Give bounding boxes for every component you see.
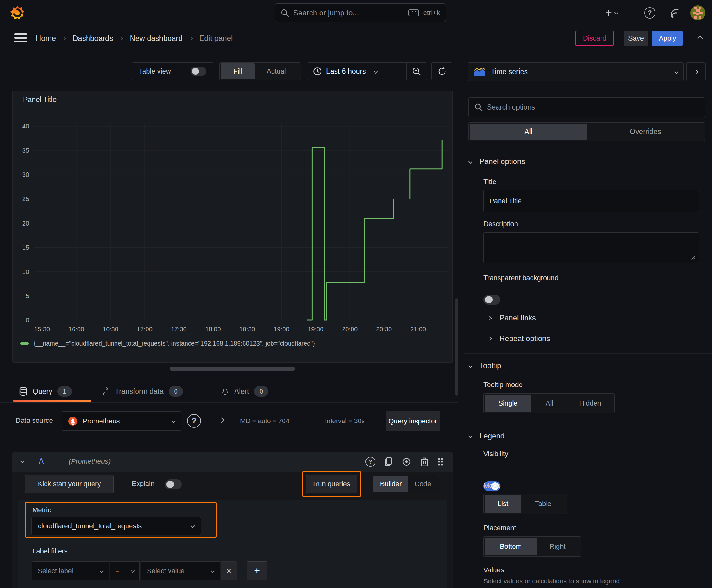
tab-transform-data[interactable]: Transform data 0 [101, 384, 183, 399]
metric-select[interactable]: cloudflared_tunnel_total_requests [31, 517, 201, 535]
legend-header[interactable]: Legend [469, 432, 504, 440]
operator-dropdown[interactable]: = [110, 561, 140, 581]
global-search-input[interactable] [293, 8, 404, 17]
description-label: Description [483, 220, 518, 228]
chevron-down-icon [211, 569, 215, 573]
actual-option[interactable]: Actual [255, 63, 298, 79]
collapse-query-icon[interactable] [20, 459, 24, 463]
tab-overrides[interactable]: Overrides [587, 124, 704, 140]
menu-toggle-button[interactable] [15, 33, 27, 43]
table-view-toggle[interactable] [191, 67, 206, 76]
time-range-picker[interactable]: Last 6 hours [307, 63, 406, 80]
refresh-button[interactable] [431, 62, 452, 80]
legend-table-option[interactable]: Table [521, 495, 565, 512]
query-stats-interval: Interval = 30s [325, 417, 365, 425]
query-help-button[interactable]: ? [365, 457, 375, 467]
save-button[interactable]: Save [624, 31, 648, 46]
apply-button[interactable]: Apply [652, 31, 683, 46]
chevron-down-icon [468, 434, 473, 438]
builder-code-segment: Builder Code [372, 475, 439, 493]
legend-list-option[interactable]: List [485, 495, 521, 512]
tab-all-options[interactable]: All [470, 124, 587, 140]
svg-text:18:00: 18:00 [205, 326, 221, 333]
section-divider [464, 353, 712, 354]
tab-alert[interactable]: Alert 0 [221, 384, 268, 399]
select-label-dropdown[interactable]: Select label [32, 561, 109, 581]
tab-alert-count: 0 [254, 386, 268, 397]
panel-links-title: Panel links [499, 313, 536, 322]
user-avatar[interactable] [690, 5, 706, 21]
svg-text:20:30: 20:30 [376, 326, 392, 333]
panel-title[interactable]: Panel Title [23, 96, 57, 104]
visualization-picker[interactable]: Time series [468, 62, 684, 81]
breadcrumb-dashboard[interactable]: New dashboard [130, 34, 182, 43]
tooltip-single-option[interactable]: Single [485, 395, 531, 412]
code-option[interactable]: Code [408, 476, 437, 492]
duplicate-query-icon[interactable] [384, 457, 393, 467]
zoom-out-button[interactable] [407, 63, 427, 80]
explain-toggle[interactable] [165, 479, 182, 489]
breadcrumb-home[interactable]: Home [36, 34, 56, 43]
builder-option[interactable]: Builder [373, 476, 408, 492]
news-rss-icon[interactable] [669, 7, 681, 19]
chevron-down-icon [100, 569, 104, 573]
delete-query-icon[interactable] [420, 457, 429, 467]
query-row-header[interactable]: A (Prometheus) ? [12, 452, 453, 472]
toggle-viz-picker-button[interactable] [686, 62, 706, 81]
transparent-background-toggle[interactable] [483, 295, 500, 305]
remove-filter-button[interactable]: × [221, 561, 237, 581]
toggle-visibility-icon[interactable] [401, 457, 412, 467]
panel-links-header[interactable]: Panel links [489, 313, 536, 322]
chart-legend[interactable]: {__name__="cloudflared_tunnel_total_requ… [20, 340, 315, 347]
panel-title-input[interactable] [483, 190, 699, 212]
textarea-resize-icon[interactable] [690, 254, 696, 261]
query-datasource-hint: (Prometheus) [69, 457, 110, 465]
tooltip-all-option[interactable]: All [531, 395, 567, 412]
grafana-logo-icon[interactable] [9, 5, 25, 21]
options-search-box[interactable] [468, 97, 705, 117]
placement-bottom-option[interactable]: Bottom [485, 538, 537, 555]
query-ref-id[interactable]: A [39, 457, 44, 466]
global-search-box[interactable]: ctrl+k [275, 3, 446, 22]
tooltip-header[interactable]: Tooltip [469, 361, 501, 370]
breadcrumb-separator-icon [189, 37, 193, 41]
discard-button[interactable]: Discard [576, 31, 614, 46]
datasource-help-button[interactable]: ? [187, 414, 201, 428]
description-textarea[interactable] [483, 232, 699, 263]
tooltip-hidden-option[interactable]: Hidden [567, 395, 613, 412]
select-value-dropdown[interactable]: Select value [141, 561, 220, 581]
left-scrollbar[interactable] [455, 298, 458, 396]
chevron-down-icon [171, 419, 175, 423]
transparent-background-label: Transparent background [483, 274, 559, 282]
bell-icon [221, 387, 229, 396]
add-filter-button[interactable]: + [247, 561, 267, 581]
label-filters-label: Label filters [33, 547, 68, 555]
chevron-right-icon [488, 337, 492, 341]
panel-options-header[interactable]: Panel options [469, 157, 525, 166]
repeat-options-header[interactable]: Repeat options [489, 334, 550, 343]
datasource-picker[interactable]: Prometheus [62, 412, 181, 430]
tab-transform-label: Transform data [115, 387, 164, 396]
pane-resize-handle[interactable] [170, 366, 295, 371]
help-button[interactable]: ? [644, 7, 655, 19]
question-mark-icon: ? [192, 417, 196, 425]
options-search-input[interactable] [487, 103, 699, 111]
tab-query[interactable]: Query 1 [19, 384, 72, 399]
placement-right-option[interactable]: Right [537, 538, 578, 555]
kick-start-query-button[interactable]: Kick start your query [25, 475, 114, 493]
legend-values-help: Select values or calculations to show in… [483, 577, 620, 585]
hamburger-icon [15, 33, 27, 35]
panel-options-title: Panel options [479, 157, 525, 166]
run-queries-button[interactable]: Run queries [306, 475, 357, 493]
fill-option[interactable]: Fill [221, 63, 255, 79]
actions-divider [689, 31, 689, 46]
query-inspector-button[interactable]: Query inspector [386, 412, 440, 430]
breadcrumb-dashboards[interactable]: Dashboards [72, 34, 113, 43]
expand-options-icon[interactable] [219, 418, 224, 423]
prometheus-icon [68, 417, 78, 426]
drag-handle-icon[interactable] [437, 457, 444, 467]
time-range-control: Last 6 hours [307, 62, 427, 80]
new-menu-button[interactable]: + [605, 7, 618, 19]
title-label: Title [483, 178, 496, 186]
keyboard-icon [408, 9, 419, 17]
